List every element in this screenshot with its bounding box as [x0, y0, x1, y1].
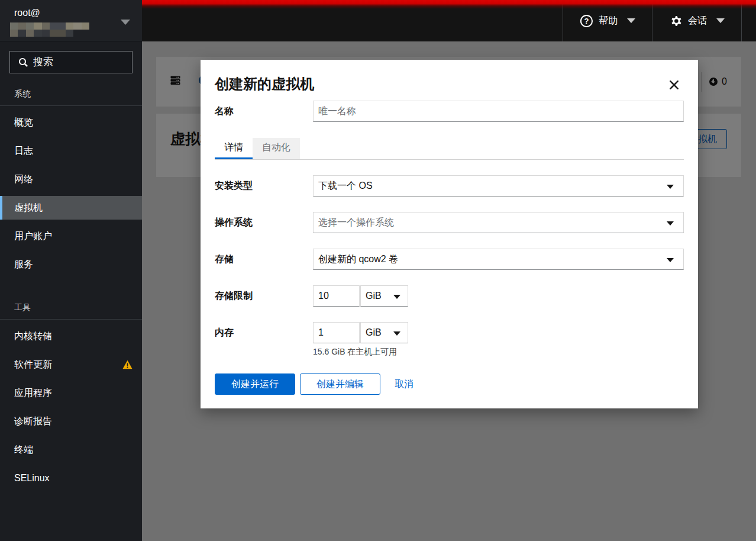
- page-content: 0 虚拟机 创建虚拟机 创建新的虚拟机 名称 详情 自动化: [142, 41, 756, 541]
- create-vm-modal: 创建新的虚拟机 名称 详情 自动化 安装类型 下载一个 OS: [201, 60, 698, 408]
- redacted-hostname: [10, 22, 89, 37]
- storage-label: 存储: [215, 253, 313, 266]
- memory-helper-text: 15.6 GiB 在主机上可用: [313, 347, 684, 358]
- help-icon: ?: [580, 14, 593, 28]
- masthead: ? 帮助 会话: [142, 0, 756, 41]
- close-button[interactable]: [667, 78, 681, 92]
- modal-footer: 创建并运行 创建并编辑 取消: [215, 373, 684, 395]
- memory-label: 内存: [215, 327, 313, 339]
- caret-down-icon: [667, 185, 674, 189]
- installation-type-label: 安装类型: [215, 180, 313, 192]
- nav-section-tools: 工具: [0, 279, 142, 320]
- modal-tabs: 详情 自动化: [215, 138, 684, 160]
- sidebar-item-networking[interactable]: 网络: [0, 168, 142, 191]
- sidebar-item-terminal[interactable]: 终端: [0, 438, 142, 462]
- cancel-button[interactable]: 取消: [385, 373, 423, 395]
- create-and-run-button[interactable]: 创建并运行: [215, 373, 295, 395]
- storage-limit-label: 存储限制: [215, 290, 313, 302]
- session-menu-button[interactable]: 会话: [652, 0, 742, 41]
- sidebar-item-services[interactable]: 服务: [0, 253, 142, 276]
- caret-down-icon: [393, 295, 400, 299]
- chevron-down-icon: [627, 18, 635, 23]
- tab-automation[interactable]: 自动化: [253, 138, 300, 159]
- storage-limit-input[interactable]: [313, 285, 360, 307]
- logged-in-user: root@: [14, 7, 128, 18]
- caret-down-icon: [667, 258, 674, 262]
- storage-select[interactable]: 创建新的 qcow2 卷: [313, 249, 684, 270]
- sidebar-item-virtual-machines[interactable]: 虚拟机: [0, 196, 142, 220]
- gear-icon: [669, 14, 683, 28]
- sidebar: root@ 系统 概览 日志 网络 虚拟机 用户账户 服务 工具 内核转储: [0, 0, 142, 541]
- sidebar-item-accounts[interactable]: 用户账户: [0, 224, 142, 248]
- user-menu[interactable]: root@: [0, 0, 142, 41]
- storage-limit-unit-select[interactable]: GiB: [360, 285, 408, 307]
- svg-text:?: ?: [584, 16, 589, 25]
- search-icon: [18, 57, 28, 67]
- nav-search: [9, 51, 133, 73]
- tab-details[interactable]: 详情: [215, 138, 253, 159]
- operating-system-select[interactable]: 选择一个操作系统: [313, 212, 684, 233]
- chevron-down-icon: [121, 20, 130, 25]
- sidebar-nav: 系统 概览 日志 网络 虚拟机 用户账户 服务 工具 内核转储 软件更新 应用程…: [0, 83, 142, 492]
- name-label: 名称: [215, 105, 313, 118]
- sidebar-item-kernel-dump[interactable]: 内核转储: [0, 324, 142, 348]
- nav-section-system: 系统: [0, 83, 142, 106]
- sidebar-item-software-updates[interactable]: 软件更新: [0, 353, 142, 376]
- chevron-down-icon: [716, 18, 725, 23]
- vm-name-input[interactable]: [313, 101, 684, 122]
- sidebar-item-logs[interactable]: 日志: [0, 139, 142, 163]
- sidebar-item-diagnostic-reports[interactable]: 诊断报告: [0, 410, 142, 433]
- create-and-edit-button[interactable]: 创建并编辑: [300, 373, 380, 395]
- memory-unit-select[interactable]: GiB: [360, 322, 408, 343]
- warning-icon: [122, 360, 133, 369]
- caret-down-icon: [393, 331, 400, 336]
- sidebar-item-overview[interactable]: 概览: [0, 111, 142, 134]
- close-icon: [669, 80, 679, 90]
- sidebar-item-selinux[interactable]: SELinux: [0, 466, 142, 490]
- installation-type-select[interactable]: 下载一个 OS: [313, 175, 684, 197]
- operating-system-label: 操作系统: [215, 217, 313, 229]
- caret-down-icon: [667, 221, 674, 226]
- sidebar-item-applications[interactable]: 应用程序: [0, 381, 142, 405]
- modal-title: 创建新的虚拟机: [215, 74, 684, 94]
- help-menu-button[interactable]: ? 帮助: [563, 0, 652, 41]
- memory-input[interactable]: [313, 322, 360, 343]
- cockpit-app: root@ 系统 概览 日志 网络 虚拟机 用户账户 服务 工具 内核转储: [0, 0, 756, 541]
